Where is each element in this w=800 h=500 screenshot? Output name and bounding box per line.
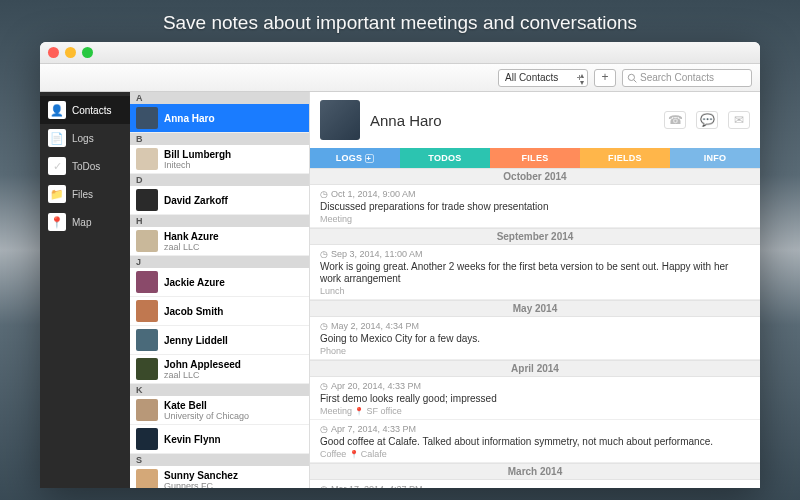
tab-logs[interactable]: LOGS+: [310, 148, 400, 168]
log-tag: Phone: [320, 346, 346, 356]
month-header: April 2014: [310, 360, 760, 377]
tab-info[interactable]: INFO: [670, 148, 760, 168]
contact-row[interactable]: Sunny SanchezGunners FC: [130, 466, 309, 488]
contact-actions: ☎ 💬 ✉: [664, 111, 750, 129]
search-placeholder: Search Contacts: [640, 72, 714, 83]
close-icon[interactable]: [48, 47, 59, 58]
log-entry[interactable]: Mar 17, 2014, 4:27 PMHad Chinese. Discus…: [310, 480, 760, 488]
log-text: Good coffee at Calafe. Talked about info…: [320, 436, 750, 448]
contact-row[interactable]: John Appleseedzaal LLC: [130, 355, 309, 384]
log-entry[interactable]: Apr 20, 2014, 4:33 PMFirst demo looks re…: [310, 377, 760, 420]
sidebar-item-label: Contacts: [72, 105, 111, 116]
log-text: Work is going great. Another 2 weeks for…: [320, 261, 750, 285]
avatar: [136, 230, 158, 252]
add-button[interactable]: +: [594, 69, 616, 87]
log-entry[interactable]: May 2, 2014, 4:34 PMGoing to Mexico City…: [310, 317, 760, 360]
contact-subtitle: Initech: [164, 160, 231, 170]
phone-icon[interactable]: ☎: [664, 111, 686, 129]
contact-name: Jenny Liddell: [164, 335, 228, 346]
section-header: B: [130, 133, 309, 145]
contact-name: Sunny Sanchez: [164, 470, 238, 481]
contact-name: Anna Haro: [164, 113, 215, 124]
log-entry[interactable]: Oct 1, 2014, 9:00 AMDiscussed preparatio…: [310, 185, 760, 228]
log-timestamp: Mar 17, 2014, 4:27 PM: [320, 484, 750, 488]
logs-list[interactable]: October 2014Oct 1, 2014, 9:00 AMDiscusse…: [310, 168, 760, 488]
log-timestamp: May 2, 2014, 4:34 PM: [320, 321, 750, 331]
contact-row[interactable]: Jacob Smith: [130, 297, 309, 326]
section-header: J: [130, 256, 309, 268]
month-header: September 2014: [310, 228, 760, 245]
contact-row[interactable]: Kate BellUniversity of Chicago: [130, 396, 309, 425]
app-window: All Contacts ▴▾ + Search Contacts 👤Conta…: [40, 42, 760, 488]
toolbar: All Contacts ▴▾ + Search Contacts: [40, 64, 760, 92]
files-icon: 📁: [48, 185, 66, 203]
sidebar-item-files[interactable]: 📁Files: [40, 180, 130, 208]
section-header: S: [130, 454, 309, 466]
month-header: May 2014: [310, 300, 760, 317]
tab-fields[interactable]: FIELDS: [580, 148, 670, 168]
sidebar-item-label: Files: [72, 189, 93, 200]
sidebar-item-contacts[interactable]: 👤Contacts: [40, 96, 130, 124]
contact-row[interactable]: Jackie Azure: [130, 268, 309, 297]
contact-row[interactable]: Kevin Flynn: [130, 425, 309, 454]
contact-subtitle: zaal LLC: [164, 242, 219, 252]
log-tag: Coffee: [320, 449, 346, 459]
contact-row[interactable]: Jenny Liddell: [130, 326, 309, 355]
promo-headline: Save notes about important meetings and …: [0, 12, 800, 34]
svg-line-1: [634, 79, 637, 82]
svg-point-0: [628, 74, 634, 80]
contact-name: Bill Lumbergh: [164, 149, 231, 160]
log-text: First demo looks really good; impressed: [320, 393, 750, 405]
avatar: [320, 100, 360, 140]
detail-tabs: LOGS+ TODOS FILES FIELDS INFO: [310, 148, 760, 168]
avatar: [136, 399, 158, 421]
log-entry[interactable]: Apr 7, 2014, 4:33 PMGood coffee at Calaf…: [310, 420, 760, 463]
contact-row[interactable]: Anna Haro: [130, 104, 309, 133]
chat-icon[interactable]: 💬: [696, 111, 718, 129]
section-header: K: [130, 384, 309, 396]
avatar: [136, 469, 158, 488]
contact-name: David Zarkoff: [164, 195, 228, 206]
month-header: October 2014: [310, 168, 760, 185]
sidebar-item-label: Map: [72, 217, 91, 228]
log-text: Discussed preparations for trade show pr…: [320, 201, 750, 213]
todos-icon: ✓: [48, 157, 66, 175]
contact-row[interactable]: Bill LumberghInitech: [130, 145, 309, 174]
logs-icon: 📄: [48, 129, 66, 147]
tab-todos[interactable]: TODOS: [400, 148, 490, 168]
tab-files[interactable]: FILES: [490, 148, 580, 168]
log-tag: Meeting: [320, 214, 352, 224]
avatar: [136, 189, 158, 211]
section-header: H: [130, 215, 309, 227]
contact-name: Jacob Smith: [164, 306, 223, 317]
mail-icon[interactable]: ✉: [728, 111, 750, 129]
section-header: A: [130, 92, 309, 104]
log-tag: Meeting: [320, 406, 352, 416]
contact-name: John Appleseed: [164, 359, 241, 370]
sidebar-item-logs[interactable]: 📄Logs: [40, 124, 130, 152]
avatar: [136, 329, 158, 351]
log-location: SF office: [352, 406, 402, 416]
contact-subtitle: zaal LLC: [164, 370, 241, 380]
contact-list[interactable]: AAnna HaroBBill LumberghInitechDDavid Za…: [130, 92, 310, 488]
zoom-icon[interactable]: [82, 47, 93, 58]
contact-subtitle: University of Chicago: [164, 411, 249, 421]
sidebar-item-todos[interactable]: ✓ToDos: [40, 152, 130, 180]
contact-name: Anna Haro: [370, 112, 442, 129]
log-timestamp: Oct 1, 2014, 9:00 AM: [320, 189, 750, 199]
log-tag: Lunch: [320, 286, 345, 296]
minimize-icon[interactable]: [65, 47, 76, 58]
filter-dropdown[interactable]: All Contacts ▴▾: [498, 69, 588, 87]
log-entry[interactable]: Sep 3, 2014, 11:00 AMWork is going great…: [310, 245, 760, 300]
plus-icon: +: [365, 154, 374, 163]
contact-name: Jackie Azure: [164, 277, 225, 288]
log-timestamp: Sep 3, 2014, 11:00 AM: [320, 249, 750, 259]
log-location: Calafe: [346, 449, 386, 459]
contact-row[interactable]: Hank Azurezaal LLC: [130, 227, 309, 256]
sidebar-item-map[interactable]: 📍Map: [40, 208, 130, 236]
month-header: March 2014: [310, 463, 760, 480]
map-icon: 📍: [48, 213, 66, 231]
avatar: [136, 428, 158, 450]
search-input[interactable]: Search Contacts: [622, 69, 752, 87]
contact-row[interactable]: David Zarkoff: [130, 186, 309, 215]
